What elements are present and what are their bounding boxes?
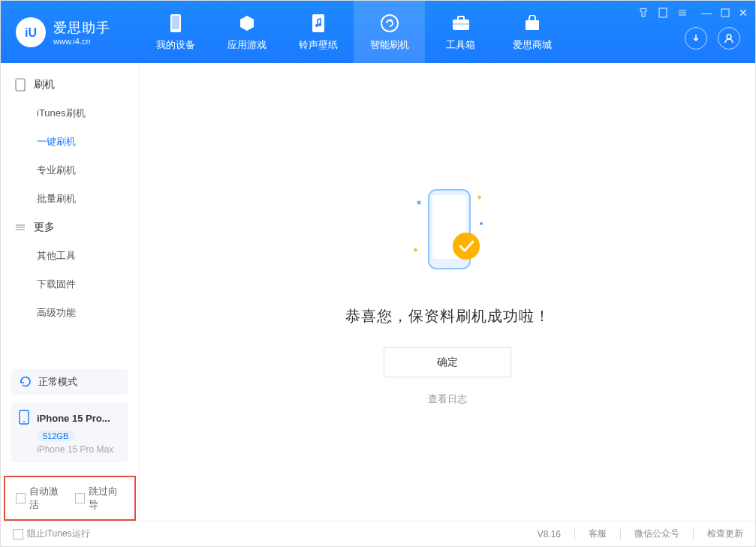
menu-icon[interactable] xyxy=(677,8,688,18)
footer-support-link[interactable]: 客服 xyxy=(589,527,607,540)
success-message: 恭喜您，保资料刷机成功啦！ xyxy=(345,306,550,326)
svg-point-26 xyxy=(453,233,480,260)
app-title: 爱思助手 xyxy=(53,19,110,37)
close-icon[interactable]: ✕ xyxy=(739,7,748,19)
feedback-icon[interactable] xyxy=(658,8,668,18)
device-full-name: iPhone 15 Pro Max xyxy=(37,444,121,455)
group-label: 更多 xyxy=(34,221,55,234)
nav-label: 爱思商城 xyxy=(513,38,552,52)
svg-rect-15 xyxy=(721,9,729,17)
divider xyxy=(620,529,621,539)
cube-icon xyxy=(236,13,258,34)
svg-text:iU: iU xyxy=(25,26,37,39)
download-button[interactable] xyxy=(685,27,707,50)
svg-point-5 xyxy=(318,23,321,26)
header-actions xyxy=(685,27,740,50)
svg-rect-11 xyxy=(659,8,667,17)
sidebar: 刷机 iTunes刷机 一键刷机 专业刷机 批量刷机 更多 其他工具 下载固件 … xyxy=(1,63,140,521)
svg-rect-9 xyxy=(453,23,469,25)
cb-label: 自动激活 xyxy=(29,485,65,512)
nav-label: 铃声壁纸 xyxy=(299,38,338,52)
footer: 阻止iTunes运行 V8.16 客服 微信公众号 检查更新 xyxy=(1,521,755,546)
nav-tab-ringtones[interactable]: 铃声壁纸 xyxy=(282,1,354,63)
device-card[interactable]: iPhone 15 Pro... 512GB iPhone 15 Pro Max xyxy=(11,402,128,462)
mode-label: 正常模式 xyxy=(38,375,77,389)
cb-label: 阻止iTunes运行 xyxy=(27,527,90,540)
nav-tab-store[interactable]: 爱思商城 xyxy=(496,1,568,63)
view-log-link[interactable]: 查看日志 xyxy=(428,392,467,406)
sidebar-item-advanced[interactable]: 高级功能 xyxy=(1,299,139,327)
checkbox-icon xyxy=(75,493,85,503)
nav-tab-apps[interactable]: 应用游戏 xyxy=(211,1,282,63)
minimize-icon[interactable]: — xyxy=(701,7,712,19)
maximize-icon[interactable] xyxy=(721,8,730,17)
shop-icon xyxy=(522,13,543,34)
device-icon xyxy=(14,79,26,91)
refresh-icon xyxy=(19,375,32,389)
device-mode-row[interactable]: 正常模式 xyxy=(11,369,128,395)
divider xyxy=(693,529,694,539)
nav-tab-flash[interactable]: 智能刷机 xyxy=(354,1,425,63)
ok-button[interactable]: 确定 xyxy=(384,347,511,377)
window-controls: — ✕ xyxy=(638,7,748,19)
flash-options-row: 自动激活 跳过向导 xyxy=(4,476,136,521)
app-logo-icon: iU xyxy=(16,17,46,47)
device-block: 正常模式 iPhone 15 Pro... 512GB iPhone 15 Pr… xyxy=(1,362,139,470)
divider xyxy=(574,529,575,539)
sidebar-item-oneclick-flash[interactable]: 一键刷机 xyxy=(1,128,139,156)
svg-point-4 xyxy=(315,24,318,27)
sidebar-item-download-firmware[interactable]: 下载固件 xyxy=(1,270,139,299)
group-label: 刷机 xyxy=(34,78,55,92)
refresh-shield-icon xyxy=(379,13,400,34)
checkbox-icon xyxy=(13,529,23,539)
success-illustration xyxy=(395,179,500,284)
sidebar-item-itunes-flash[interactable]: iTunes刷机 xyxy=(1,99,139,128)
cb-label: 跳过向导 xyxy=(89,485,124,512)
user-button[interactable] xyxy=(718,27,740,50)
checkbox-block-itunes[interactable]: 阻止iTunes运行 xyxy=(13,527,90,540)
checkbox-icon xyxy=(16,493,26,503)
footer-wechat-link[interactable]: 微信公众号 xyxy=(634,527,679,540)
checkbox-auto-activate[interactable]: 自动激活 xyxy=(16,485,65,512)
sidebar-item-other-tools[interactable]: 其他工具 xyxy=(1,242,139,270)
svg-rect-8 xyxy=(458,17,464,20)
nav-label: 应用游戏 xyxy=(227,38,267,52)
nav-label: 工具箱 xyxy=(446,38,475,52)
toolbox-icon xyxy=(450,13,471,34)
sidebar-item-pro-flash[interactable]: 专业刷机 xyxy=(1,156,139,185)
nav-tab-toolbox[interactable]: 工具箱 xyxy=(425,1,496,63)
nav-tab-device[interactable]: 我的设备 xyxy=(140,1,211,63)
phone-icon xyxy=(19,410,31,426)
svg-point-22 xyxy=(23,421,25,422)
svg-rect-2 xyxy=(172,16,179,29)
checkbox-skip-guide[interactable]: 跳过向导 xyxy=(75,485,124,512)
skin-icon[interactable] xyxy=(638,8,649,18)
footer-update-link[interactable]: 检查更新 xyxy=(707,527,743,540)
svg-point-23 xyxy=(480,222,483,225)
music-icon xyxy=(308,13,329,34)
svg-rect-10 xyxy=(526,20,539,30)
svg-rect-17 xyxy=(16,79,25,91)
sidebar-group-more: 更多 xyxy=(1,213,139,242)
logo-area: iU 爱思助手 www.i4.cn xyxy=(1,17,140,47)
nav-label: 我的设备 xyxy=(156,38,195,52)
app-header: iU 爱思助手 www.i4.cn 我的设备 应用游戏 铃声壁纸 智能刷机 工具… xyxy=(1,1,755,63)
svg-rect-3 xyxy=(312,14,324,32)
phone-icon xyxy=(165,13,186,34)
main-content: 恭喜您，保资料刷机成功啦！ 确定 查看日志 xyxy=(140,63,755,521)
svg-point-16 xyxy=(727,35,731,39)
svg-point-6 xyxy=(381,15,398,32)
nav-label: 智能刷机 xyxy=(370,38,409,52)
sidebar-group-flash: 刷机 xyxy=(1,71,139,99)
app-url: www.i4.cn xyxy=(53,37,110,46)
version-label: V8.16 xyxy=(538,529,561,539)
more-icon xyxy=(14,221,26,233)
device-name: iPhone 15 Pro... xyxy=(37,413,110,424)
storage-badge: 512GB xyxy=(37,431,74,441)
sidebar-item-batch-flash[interactable]: 批量刷机 xyxy=(1,185,139,213)
